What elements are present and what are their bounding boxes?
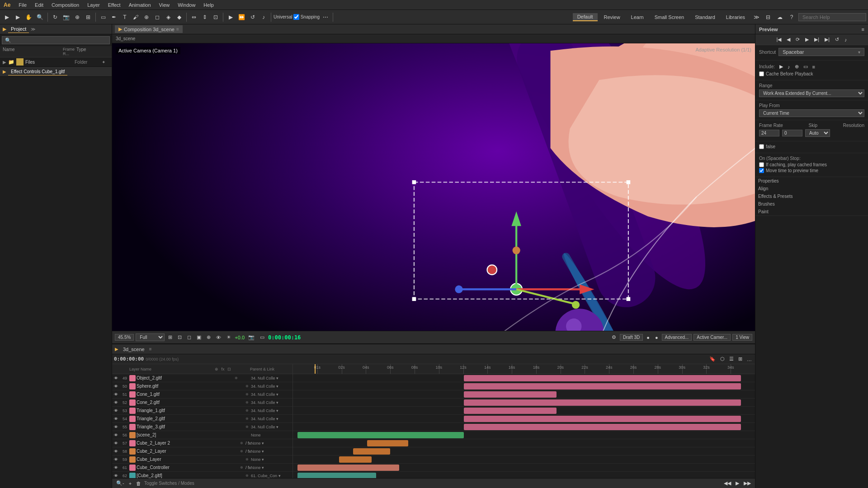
viewer-snapshot-show[interactable]: ▭ xyxy=(258,334,266,341)
bar-49[interactable] xyxy=(464,375,741,381)
comp-tab-close[interactable]: ≡ xyxy=(176,27,179,32)
tl-add-keyframe[interactable]: ⬡ xyxy=(719,356,726,362)
switch-62-1[interactable]: ⊕ xyxy=(245,474,251,478)
if-caching-checkbox[interactable] xyxy=(759,162,764,167)
pb-ram-preview[interactable]: ⟳ xyxy=(794,36,802,43)
workspace-standard[interactable]: Standard xyxy=(690,14,720,21)
toolbar-3d[interactable]: ⊡ xyxy=(211,12,221,22)
workspace-learn[interactable]: Learn xyxy=(627,14,648,21)
toolbar-loop[interactable]: ↺ xyxy=(248,12,258,22)
brushes-btn[interactable]: Brushes xyxy=(755,200,868,208)
align-btn[interactable]: Align xyxy=(755,185,868,192)
vis-52[interactable]: 👁 xyxy=(113,400,118,405)
camera-view-select[interactable]: Active Camer... xyxy=(693,334,731,341)
switch-50-1[interactable]: ⊕ xyxy=(245,384,251,388)
advanced-select[interactable]: Advanced... xyxy=(662,334,692,341)
layer-row-55[interactable]: 👁 55 Triangle_3.gltf ⊕ 34. Null Colle ▾ xyxy=(112,423,292,431)
inc-more[interactable]: ≡ xyxy=(811,63,817,70)
fullscreen-checkbox[interactable] xyxy=(759,144,764,149)
move-time-checkbox[interactable] xyxy=(759,168,764,173)
paint-btn[interactable]: Paint xyxy=(755,208,868,216)
toolbar-zoom-tool[interactable]: 🔍 xyxy=(35,12,45,22)
toolbar-orbit[interactable]: ⊕ xyxy=(72,12,82,22)
toolbar-learn-more[interactable]: ? xyxy=(787,12,797,22)
effects-tab[interactable]: Effect Controls Cube_1.gltf xyxy=(8,68,67,75)
toolbar-pen[interactable]: ✒ xyxy=(109,12,119,22)
tl-prev-kf[interactable]: ◀◀ xyxy=(722,480,732,487)
comp-tab-3dscene[interactable]: ▶ Composition 3d_scene ≡ xyxy=(115,25,183,33)
toolbar-more[interactable]: ⋯ xyxy=(321,12,330,22)
timeline-ruler[interactable]: 01s02s04s06s08s10s12s14s16s18s20s22s24s2… xyxy=(293,364,755,374)
cache-checkbox[interactable] xyxy=(759,71,764,76)
project-search-input[interactable] xyxy=(2,36,110,44)
menu-view[interactable]: View xyxy=(156,1,174,9)
menu-window[interactable]: Window xyxy=(174,1,199,9)
menu-layer[interactable]: Layer xyxy=(84,1,104,9)
play-from-dropdown[interactable]: Current Time xyxy=(759,109,864,117)
viewer-exposure[interactable]: ☀ xyxy=(225,334,233,341)
menu-edit[interactable]: Edit xyxy=(31,1,47,9)
bar-61[interactable] xyxy=(297,465,399,471)
vis-59[interactable]: 👁 xyxy=(113,457,118,462)
tl-delete[interactable]: 🗑 xyxy=(135,480,142,487)
vis-61[interactable]: 👁 xyxy=(113,465,118,470)
viewer-3d-ref[interactable]: ▣ xyxy=(195,334,203,341)
bar-56[interactable] xyxy=(297,432,464,438)
timeline-current-time[interactable]: 0:00:00:00 xyxy=(114,356,144,362)
toolbar-play[interactable]: ▶ xyxy=(226,12,236,22)
timeline-tab-close[interactable]: ≡ xyxy=(149,347,152,352)
toolbar-select[interactable]: ▶ xyxy=(13,12,23,22)
toolbar-pan-behind[interactable]: ⊞ xyxy=(83,12,93,22)
switch-61-1[interactable]: ⊕ xyxy=(240,465,245,469)
toolbar-rect[interactable]: ▭ xyxy=(98,12,108,22)
resolution-dropdown[interactable]: Auto xyxy=(805,129,830,137)
inc-audio[interactable]: ♪ xyxy=(786,63,792,70)
bar-57[interactable] xyxy=(367,440,409,446)
switch-53-1[interactable]: ⊕ xyxy=(245,408,251,413)
menu-file[interactable]: File xyxy=(15,1,30,9)
toolbar-puppet[interactable]: ◆ xyxy=(174,12,184,22)
workspace-overflow[interactable]: ≫ xyxy=(751,12,761,22)
viewer-snap[interactable]: ⊕ xyxy=(205,334,212,341)
pb-prev-frame[interactable]: ◀ xyxy=(785,36,792,43)
layer-row-52[interactable]: 👁 52 Cone_2.gltf ⊕ 34. Null Colle ▾ xyxy=(112,399,292,407)
toggle-switches-label[interactable]: Toggle Switches / Modes xyxy=(144,481,194,486)
layer-row-54[interactable]: 👁 54 Triangle_2.gltf ⊕ 34. Null Colle ▾ xyxy=(112,415,292,423)
toolbar-rotation[interactable]: ↻ xyxy=(50,12,60,22)
toolbar-hand[interactable]: ✋ xyxy=(24,12,34,22)
effects-presets-btn[interactable]: Effects & Presets xyxy=(755,192,868,200)
vis-57[interactable]: 👁 xyxy=(113,441,118,446)
toolbar-step[interactable]: ⏩ xyxy=(236,12,247,22)
vis-51[interactable]: 👁 xyxy=(113,392,118,397)
layer-row-49[interactable]: 👁 49 Object_2.gltf ⊕ 34. Null Colle ▾ xyxy=(112,374,292,382)
viewer-dot2[interactable]: ● xyxy=(653,334,660,341)
menu-help[interactable]: Help xyxy=(200,1,217,9)
layer-row-50[interactable]: 👁 50 Sphere.gltf ⊕ 34. Null Colle ▾ xyxy=(112,382,292,390)
properties-btn[interactable]: Properties xyxy=(755,177,868,185)
toolbar-clone[interactable]: ⊕ xyxy=(142,12,151,22)
menu-effect[interactable]: Effect xyxy=(104,1,124,9)
pb-play[interactable]: ▶ xyxy=(803,36,811,43)
vis-49[interactable]: 👁 xyxy=(113,376,118,380)
tl-new-marker[interactable]: 🔖 xyxy=(708,356,717,362)
switch-59-1[interactable]: ⊕ xyxy=(245,457,251,461)
viewer-safe[interactable]: ⊡ xyxy=(176,334,184,341)
pb-first[interactable]: |◀ xyxy=(774,36,783,43)
switch-51-1[interactable]: ⊕ xyxy=(245,392,251,396)
time-display[interactable]: 0:00:00:16 xyxy=(268,334,301,341)
bar-53[interactable] xyxy=(464,408,556,414)
bar-62[interactable] xyxy=(297,473,376,478)
inc-overlays[interactable]: ⊕ xyxy=(793,63,801,70)
layer-row-57[interactable]: 👁 57 Cube_2_Layer 2 ⊕ / fx None ▾ xyxy=(112,439,292,447)
toolbar-eraser[interactable]: ◻ xyxy=(152,12,162,22)
timeline-tab[interactable]: 3d_scene xyxy=(120,346,147,353)
viewer-mask[interactable]: ◻ xyxy=(185,334,193,341)
layer-row-58[interactable]: 👁 58 Cube_2_Layer ⊕ / fx None ▾ xyxy=(112,447,292,455)
bar-58[interactable] xyxy=(353,448,390,455)
pb-audio[interactable]: ♪ xyxy=(843,37,849,43)
toolbar-roto[interactable]: ◈ xyxy=(163,12,173,22)
project-item-files[interactable]: ▶ 📁 Files Folder ✦ xyxy=(0,57,112,66)
shortcut-dropdown[interactable]: ▾ xyxy=(858,50,860,55)
view-layout-select[interactable]: 1 View xyxy=(732,334,752,341)
inc-video[interactable]: ▶ xyxy=(778,63,785,70)
